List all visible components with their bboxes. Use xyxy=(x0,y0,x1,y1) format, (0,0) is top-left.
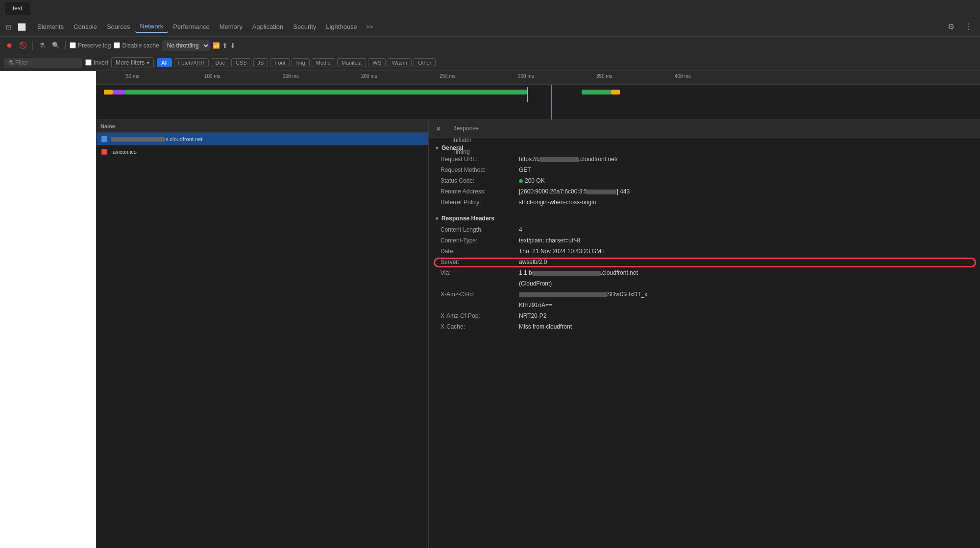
filter-bar: ⚗ Invert More filters ▾ AllFetch/XHRDocC… xyxy=(0,54,980,71)
more-filters-button[interactable]: More filters ▾ xyxy=(111,57,154,68)
list-row[interactable]: favicon.ico xyxy=(97,145,428,158)
timeline-ruler: 50 ms100 ms150 ms200 ms250 ms300 ms350 m… xyxy=(97,71,980,85)
record-button[interactable]: ⏺ xyxy=(4,40,15,51)
general-fields: Request URL:https://c.cloudfront.net/Req… xyxy=(429,154,980,208)
browser-tab[interactable]: test xyxy=(5,2,30,15)
filter-tag-img[interactable]: Img xyxy=(292,58,309,67)
filter-tag-all[interactable]: All xyxy=(157,58,172,67)
detail-field-value: NRT20-P2 xyxy=(519,312,972,319)
response-headers-section-header[interactable]: ▼ Response Headers xyxy=(429,212,980,225)
detail-field-label: X-Amz-Cf-Pop: xyxy=(441,312,519,319)
detail-field-value: awselb/2.0 xyxy=(519,259,972,265)
filter-tag-wasm[interactable]: Wasm xyxy=(388,58,412,67)
detail-field-row: Request Method:GET xyxy=(429,165,980,176)
clear-button[interactable]: 🚫 xyxy=(18,40,28,51)
device-toggle-icon[interactable]: ⬜ xyxy=(17,22,26,32)
detail-content: ▼ General Request URL:https://c.cloudfro… xyxy=(429,138,980,548)
list-header: Name xyxy=(97,120,428,133)
nav-item-sources[interactable]: Sources xyxy=(102,21,135,32)
close-tab-button[interactable]: ✕ xyxy=(433,123,444,135)
filter-tag-ws[interactable]: WS xyxy=(368,58,386,67)
filter-icon: ⚗ xyxy=(8,59,13,66)
detail-field-value: text/plain; charset=utf-8 xyxy=(519,237,972,244)
name-column-header: Name xyxy=(100,123,115,129)
filter-icon[interactable]: ⚗ xyxy=(37,40,48,51)
detail-field-row: X-Amz-Cf-Id:SDvdGHxDT_x xyxy=(429,289,980,300)
download-icon[interactable]: ⬇ xyxy=(230,42,236,49)
general-section-header[interactable]: ▼ General xyxy=(429,142,980,154)
detail-tab-response[interactable]: Response xyxy=(446,123,485,135)
devtools-nav-icons: ⊡ ⬜ xyxy=(4,22,26,32)
detail-field-label: Content-Type: xyxy=(441,237,519,244)
more-options-icon[interactable]: ⋮ xyxy=(960,20,976,33)
filter-tag-js[interactable]: JS xyxy=(253,58,269,67)
detail-field-row: KfHz91nA== xyxy=(429,300,980,311)
detail-field-row: Remote Address:[2600:9000:26a7:6c00:3:5]… xyxy=(429,187,980,197)
settings-icon[interactable]: ⚙ xyxy=(944,20,958,33)
toolbar: ⏺ 🚫 ⚗ 🔍 Preserve log Disable cache No th… xyxy=(0,37,980,54)
detail-field-label: X-Amz-Cf-Id: xyxy=(441,291,519,298)
invert-checkbox[interactable]: Invert xyxy=(85,59,108,66)
filter-tags: AllFetch/XHRDocCSSJSFontImgMediaManifest… xyxy=(157,58,436,67)
nav-item-console[interactable]: Console xyxy=(69,21,102,32)
filter-tag-css[interactable]: CSS xyxy=(231,58,251,67)
detail-field-value: GET xyxy=(519,167,972,173)
detail-field-value: (CloudFront) xyxy=(519,280,972,287)
detail-field-row: Date:Thu, 21 Nov 2024 10:43:23 GMT xyxy=(429,246,980,257)
triangle-icon: ▼ xyxy=(435,145,440,151)
detail-field-label: Request URL: xyxy=(441,156,519,163)
nav-item-network[interactable]: Network xyxy=(135,21,169,33)
wifi-icon[interactable]: 📶 xyxy=(213,42,220,49)
filter-input-wrap: ⚗ xyxy=(4,58,82,68)
nav-item-elements[interactable]: Elements xyxy=(32,21,69,32)
detail-field-value: [2600:9000:26a7:6c00:3:5]:443 xyxy=(519,188,972,195)
triangle-icon-2: ▼ xyxy=(435,216,440,221)
detail-tabs: ✕ HeadersPreviewResponseInitiatorTiming xyxy=(429,120,980,138)
filter-tag-doc[interactable]: Doc xyxy=(211,58,229,67)
doc-icon xyxy=(100,135,108,143)
nav-item-lighthouse[interactable]: Lighthouse xyxy=(321,21,362,32)
more-tools-button[interactable]: >> xyxy=(364,22,375,32)
nav-items: ElementsConsoleSourcesNetworkPerformance… xyxy=(32,21,362,33)
detail-field-value: 4 xyxy=(519,226,972,233)
timeline-tick: 150 ms xyxy=(283,73,299,79)
nav-item-application[interactable]: Application xyxy=(247,21,289,32)
timeline-tick: 350 ms xyxy=(596,73,612,79)
nav-item-performance[interactable]: Performance xyxy=(168,21,214,32)
filter-tag-other[interactable]: Other xyxy=(414,58,436,67)
filter-tag-manifest[interactable]: Manifest xyxy=(337,58,367,67)
filter-tag-media[interactable]: Media xyxy=(312,58,335,67)
detail-field-value: strict-origin-when-cross-origin xyxy=(519,199,972,206)
throttle-select[interactable]: No throttling xyxy=(162,40,210,51)
nav-item-memory[interactable]: Memory xyxy=(215,21,247,32)
detail-field-label: Status Code: xyxy=(441,177,519,184)
network-list-detail: Name s.cloudfront.netfavicon.ico ✕ Heade… xyxy=(97,120,980,548)
upload-icon[interactable]: ⬆ xyxy=(222,42,228,49)
inspect-icon[interactable]: ⊡ xyxy=(4,22,14,32)
search-button[interactable]: 🔍 xyxy=(50,40,61,51)
timeline-tick: 400 ms xyxy=(675,73,691,79)
detail-field-row: X-Cache:Miss from cloudfront xyxy=(429,322,980,333)
detail-field-row: Content-Length:4 xyxy=(429,225,980,236)
filter-input[interactable] xyxy=(15,59,74,66)
detail-panel: ✕ HeadersPreviewResponseInitiatorTiming … xyxy=(429,120,980,548)
detail-field-value: SDvdGHxDT_x xyxy=(519,291,972,298)
detail-field-value: 200 OK xyxy=(519,177,972,184)
chevron-down-icon: ▾ xyxy=(147,59,149,66)
detail-field-row: Request URL:https://c.cloudfront.net/ xyxy=(429,154,980,165)
timeline-tick: 50 ms xyxy=(126,73,139,79)
preserve-log-checkbox[interactable]: Preserve log xyxy=(70,42,111,49)
detail-field-row: Status Code:200 OK xyxy=(429,176,980,187)
detail-field-row: Referrer Policy:strict-origin-when-cross… xyxy=(429,197,980,208)
filter-tag-fetch/xhr[interactable]: Fetch/XHR xyxy=(174,58,209,67)
timeline-tick: 100 ms xyxy=(204,73,220,79)
detail-field-label: Referrer Policy: xyxy=(441,199,519,206)
disable-cache-checkbox[interactable]: Disable cache xyxy=(114,42,159,49)
detail-field-value: https://c.cloudfront.net/ xyxy=(519,156,972,163)
detail-field-row: Via:1.1 b.cloudfront.net xyxy=(429,268,980,279)
main-content: 50 ms100 ms150 ms200 ms250 ms300 ms350 m… xyxy=(0,71,980,548)
nav-item-security[interactable]: Security xyxy=(288,21,321,32)
list-row[interactable]: s.cloudfront.net xyxy=(97,133,428,145)
detail-field-label: Date: xyxy=(441,248,519,255)
filter-tag-font[interactable]: Font xyxy=(270,58,290,67)
